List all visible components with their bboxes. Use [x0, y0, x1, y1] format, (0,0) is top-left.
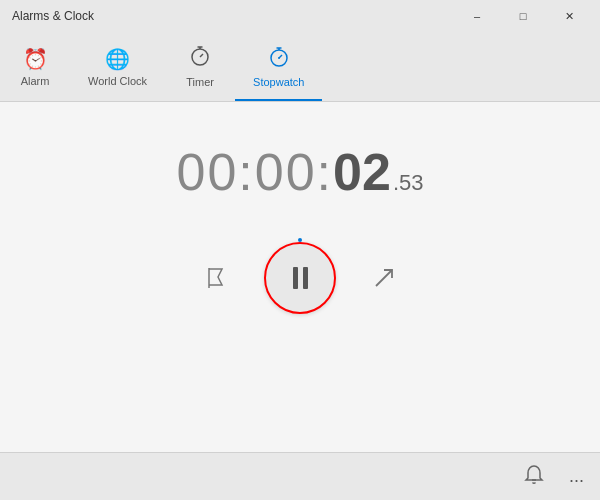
pause-button[interactable]: [264, 242, 336, 314]
tab-timer[interactable]: Timer: [165, 32, 235, 101]
pause-bar-left: [293, 267, 298, 289]
stopwatch-display: 00 : 00 : 02 .53: [176, 142, 423, 202]
bottom-bar: ...: [0, 452, 600, 500]
svg-point-8: [278, 57, 280, 59]
window-controls: – □ ✕: [454, 0, 592, 32]
maximize-button[interactable]: □: [500, 0, 546, 32]
main-content: 00 : 00 : 02 .53: [0, 102, 600, 452]
bell-settings-button[interactable]: [519, 459, 549, 494]
svg-line-10: [376, 270, 392, 286]
expand-button[interactable]: [366, 260, 402, 296]
tab-stopwatch-label: Stopwatch: [253, 76, 304, 88]
pause-bar-right: [303, 267, 308, 289]
sep1: :: [238, 142, 254, 202]
svg-line-3: [200, 54, 203, 57]
stopwatch-hours: 00: [176, 142, 238, 202]
close-button[interactable]: ✕: [546, 0, 592, 32]
lap-flag-button[interactable]: [198, 260, 234, 296]
title-bar: Alarms & Clock – □ ✕: [0, 0, 600, 32]
alarm-icon: ⏰: [23, 47, 48, 71]
stopwatch-icon: [268, 45, 290, 72]
world-clock-icon: 🌐: [105, 47, 130, 71]
timer-icon: [189, 45, 211, 72]
more-options-button[interactable]: ...: [565, 462, 588, 491]
sep2: :: [317, 142, 333, 202]
tab-world-clock-label: World Clock: [88, 75, 147, 87]
minimize-button[interactable]: –: [454, 0, 500, 32]
controls-row: [198, 242, 402, 314]
tab-alarm-label: Alarm: [21, 75, 50, 87]
stopwatch-seconds: 02: [333, 142, 391, 202]
window-title: Alarms & Clock: [12, 9, 94, 23]
tab-stopwatch[interactable]: Stopwatch: [235, 32, 322, 101]
tab-timer-label: Timer: [186, 76, 214, 88]
pause-icon: [293, 267, 308, 289]
stopwatch-minutes: 00: [255, 142, 317, 202]
nav-tabs: ⏰ Alarm 🌐 World Clock Timer Stop: [0, 32, 600, 102]
more-icon: ...: [569, 466, 584, 486]
tab-alarm[interactable]: ⏰ Alarm: [0, 32, 70, 101]
tab-world-clock[interactable]: 🌐 World Clock: [70, 32, 165, 101]
stopwatch-ms: .53: [393, 170, 424, 196]
